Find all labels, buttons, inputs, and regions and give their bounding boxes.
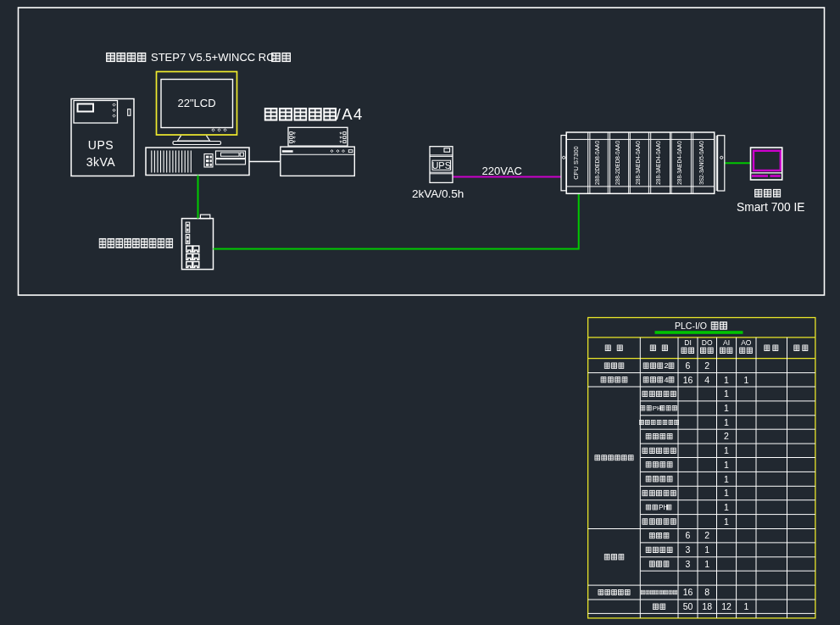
svg-text:Smart 700 IE: Smart 700 IE (737, 201, 805, 214)
svg-text:2: 2 (665, 361, 669, 370)
svg-text:1: 1 (743, 601, 748, 611)
svg-text:1: 1 (724, 488, 729, 498)
svg-text:288-3AED4-0AA0: 288-3AED4-0AA0 (635, 141, 641, 185)
svg-text:1: 1 (704, 544, 709, 555)
svg-text:220VAC: 220VAC (482, 165, 522, 177)
svg-text:4: 4 (665, 376, 669, 384)
svg-text:1: 1 (704, 559, 709, 569)
svg-text:4: 4 (704, 375, 709, 385)
svg-text:CPU S7300: CPU S7300 (572, 146, 580, 180)
svg-text:1: 1 (724, 474, 729, 484)
svg-text:288-2DED8-0AA0: 288-2DED8-0AA0 (594, 141, 600, 185)
svg-text:3kVA: 3kVA (86, 155, 116, 169)
svg-text:288-3AED4-0AA0: 288-3AED4-0AA0 (676, 141, 682, 185)
svg-text:1: 1 (724, 375, 729, 385)
svg-text:22"LCD: 22"LCD (177, 97, 215, 109)
svg-text:1: 1 (724, 516, 729, 527)
svg-text:8: 8 (704, 587, 709, 597)
svg-text:PLC-I/O: PLC-I/O (675, 321, 707, 331)
svg-text:2: 2 (704, 360, 709, 371)
svg-text:18: 18 (702, 601, 712, 611)
svg-text:6: 6 (686, 360, 691, 371)
svg-text:16: 16 (683, 587, 693, 597)
svg-text:1: 1 (724, 388, 729, 399)
svg-text:1: 1 (724, 460, 729, 470)
svg-text:288-3AED4-0AA0: 288-3AED4-0AA0 (655, 141, 661, 185)
svg-text:6: 6 (686, 530, 691, 540)
svg-text:16: 16 (683, 375, 693, 385)
svg-text:288-2DED8-0AA0: 288-2DED8-0AA0 (615, 141, 620, 185)
svg-text:1: 1 (724, 417, 729, 427)
svg-text:AO: AO (741, 338, 752, 347)
svg-text:12: 12 (721, 601, 732, 611)
svg-text:UPS: UPS (431, 160, 451, 170)
svg-text:1: 1 (724, 445, 729, 455)
svg-text:2kVA/0.5h: 2kVA/0.5h (412, 187, 464, 200)
svg-text:3: 3 (686, 544, 691, 555)
svg-text:3: 3 (686, 559, 691, 569)
svg-text:2: 2 (724, 431, 729, 441)
svg-text:UPS: UPS (88, 138, 114, 152)
svg-text:AI: AI (723, 338, 730, 347)
svg-text:2: 2 (704, 530, 709, 540)
svg-text:1: 1 (743, 375, 748, 385)
svg-text:50: 50 (683, 601, 693, 611)
svg-text:DI: DI (684, 338, 692, 347)
svg-text:STEP7 V5.5+WINCC RC: STEP7 V5.5+WINCC RC (151, 51, 275, 64)
svg-text:1: 1 (724, 502, 729, 512)
svg-text:DO: DO (702, 338, 713, 347)
svg-text:1: 1 (724, 403, 729, 413)
svg-text:/A4: /A4 (337, 105, 364, 123)
svg-text:3S2-3AN05-0AA0: 3S2-3AN05-0AA0 (698, 141, 704, 185)
